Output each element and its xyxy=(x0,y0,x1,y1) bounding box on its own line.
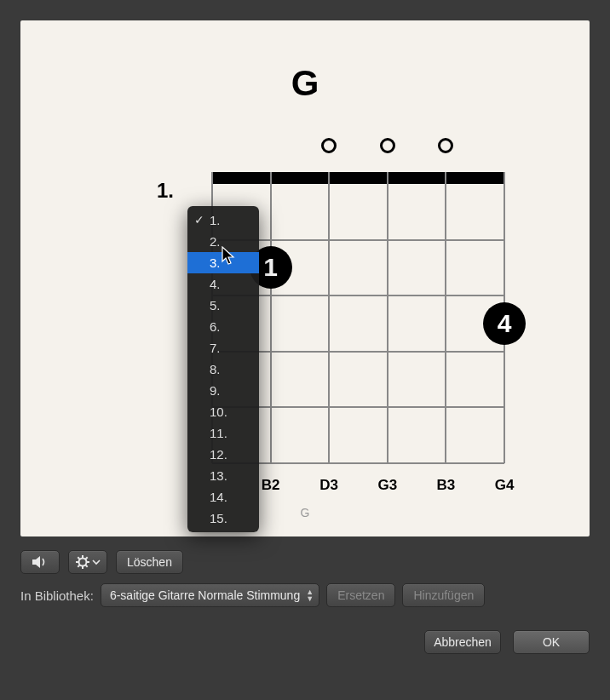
editor-toolbar: Löschen xyxy=(20,547,590,577)
library-select-value: 6-saitige Gitarre Normale Stimmung xyxy=(110,588,300,602)
fret-menu-item-label: 2. xyxy=(210,234,221,249)
updown-icon: ▲▼ xyxy=(306,588,314,602)
string-tunings: B2D3G3B3G4 xyxy=(20,477,590,497)
fret-menu-item[interactable]: 4. xyxy=(187,273,259,295)
fret-menu-item-label: 3. xyxy=(210,255,221,270)
fret-menu-item[interactable]: 3. xyxy=(187,252,259,273)
fret-menu-item-label: 4. xyxy=(210,277,221,291)
action-menu-button[interactable] xyxy=(68,550,107,574)
fret-menu-item[interactable]: 11. xyxy=(187,422,259,444)
svg-point-0 xyxy=(78,559,86,566)
nut xyxy=(212,172,504,184)
library-row: In Bibliothek: 6-saitige Gitarre Normale… xyxy=(20,581,590,610)
add-button[interactable]: Hinzufügen xyxy=(402,583,485,607)
string-line xyxy=(328,172,330,463)
fret-menu-item-label: 1. xyxy=(210,213,221,227)
fret-menu-item[interactable]: 7. xyxy=(187,337,259,359)
open-string-marker[interactable] xyxy=(321,138,337,153)
fret-menu-item[interactable]: 14. xyxy=(187,486,259,508)
string-line xyxy=(270,172,272,463)
fret-menu-item[interactable]: 6. xyxy=(187,316,259,337)
replace-button[interactable]: Ersetzen xyxy=(326,583,395,607)
string-tuning-label: G3 xyxy=(377,477,397,494)
string-tuning-label: D3 xyxy=(319,477,338,494)
fret-menu-item-label: 7. xyxy=(210,341,221,355)
string-tuning-label: G4 xyxy=(495,477,515,494)
fret-menu-item[interactable]: 9. xyxy=(187,380,259,401)
fret-menu-item[interactable]: 8. xyxy=(187,359,259,380)
chord-sublabel: G xyxy=(20,506,590,519)
string-tuning-label: B3 xyxy=(437,477,456,494)
svg-line-6 xyxy=(85,565,87,567)
delete-button[interactable]: Löschen xyxy=(116,550,183,574)
fret-menu-item[interactable]: 5. xyxy=(187,295,259,316)
fret-position-label[interactable]: 1. xyxy=(157,179,174,203)
fret-menu-item-label: 13. xyxy=(210,468,227,483)
fret-menu-item-label: 6. xyxy=(210,319,221,334)
chord-name: G xyxy=(20,63,590,104)
fret-menu-item-label: 8. xyxy=(210,362,221,376)
library-select[interactable]: 6-saitige Gitarre Normale Stimmung ▲▼ xyxy=(101,583,319,607)
open-string-marker[interactable] xyxy=(380,138,395,153)
fret-menu-item-label: 5. xyxy=(210,298,221,313)
gear-icon xyxy=(76,555,89,569)
string-tuning-label: B2 xyxy=(262,477,280,494)
fret-menu-item[interactable]: 2. xyxy=(187,231,259,252)
library-label: In Bibliothek: xyxy=(20,588,94,603)
fret-menu-item-label: 10. xyxy=(210,405,227,419)
fret-menu-item-label: 9. xyxy=(210,383,221,398)
svg-line-8 xyxy=(78,565,79,567)
open-string-markers xyxy=(20,138,590,155)
cancel-button[interactable]: Abbrechen xyxy=(424,630,501,654)
fret-menu-item-label: 11. xyxy=(210,426,227,440)
fret-menu-item[interactable]: 10. xyxy=(187,401,259,422)
fret-menu-item[interactable]: 13. xyxy=(187,465,259,486)
string-line xyxy=(445,172,446,463)
play-sound-button[interactable] xyxy=(20,550,60,574)
dialog-buttons: Abbrechen OK xyxy=(424,630,590,654)
open-string-marker[interactable] xyxy=(438,138,453,153)
fret-menu-item-label: 12. xyxy=(210,447,227,462)
string-line xyxy=(387,172,388,463)
svg-line-7 xyxy=(85,557,87,559)
chord-editor-panel: G 1. 14 B2D3G3B3G4 G ✓1.2.3.4.5.6.7.8.9.… xyxy=(20,20,590,536)
fret-position-menu[interactable]: ✓1.2.3.4.5.6.7.8.9.10.11.12.13.14.15. xyxy=(187,206,259,532)
fret-menu-item-label: 14. xyxy=(210,490,227,504)
fret-menu-item-label: 15. xyxy=(210,511,227,525)
speaker-icon xyxy=(32,555,49,569)
chevron-down-icon xyxy=(92,559,101,565)
check-icon: ✓ xyxy=(194,209,204,231)
fret-menu-item[interactable]: 12. xyxy=(187,444,259,465)
svg-line-5 xyxy=(78,557,79,559)
fret-menu-item[interactable]: ✓1. xyxy=(187,209,259,231)
ok-button[interactable]: OK xyxy=(513,630,590,654)
fret-menu-item[interactable]: 15. xyxy=(187,508,259,529)
finger-dot[interactable]: 4 xyxy=(483,302,526,345)
